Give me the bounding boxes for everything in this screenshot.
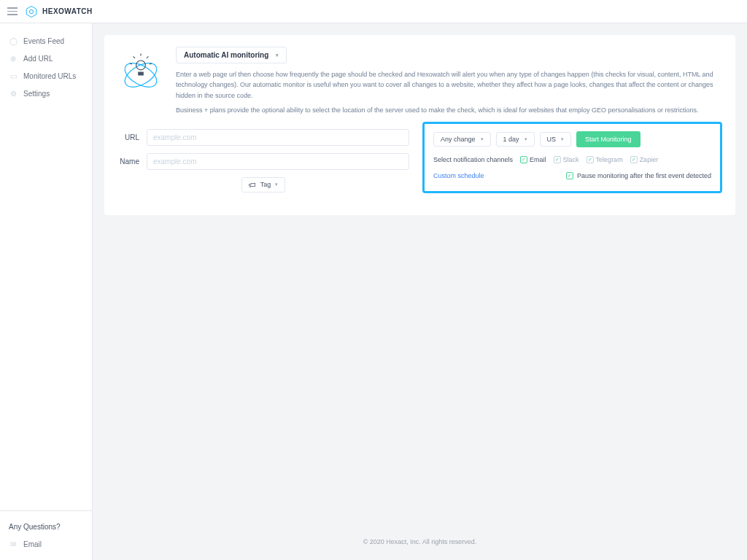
name-input[interactable] <box>147 153 409 170</box>
channel-telegram[interactable]: ✓Telegram <box>587 156 623 163</box>
sidebar-question: Any Questions? <box>0 518 92 535</box>
sidebar-item-label: Monitored URLs <box>23 72 76 80</box>
sidebar-item-events[interactable]: ◯ Events Feed <box>0 32 92 50</box>
svg-marker-0 <box>26 6 36 17</box>
monitor-desc-1: Enter a web page url then choose how fre… <box>176 69 722 101</box>
gear-icon: ⚙ <box>9 89 18 98</box>
change-select[interactable]: Any change ▾ <box>433 132 491 147</box>
footer-text: © 2020 Hexact, Inc. All rights reserved. <box>104 529 735 548</box>
hamburger-icon[interactable] <box>7 7 18 15</box>
logo-text: HEXOWATCH <box>42 7 93 15</box>
sidebar-item-label: Events Feed <box>23 37 64 45</box>
sidebar-item-label: Email <box>23 540 42 548</box>
url-label: URL <box>117 133 139 141</box>
chevron-down-icon: ▾ <box>275 182 278 187</box>
logo-icon <box>25 5 38 18</box>
channel-slack[interactable]: ✓Slack <box>554 156 579 163</box>
monitor-illustration-icon <box>117 47 164 98</box>
chevron-down-icon: ▾ <box>525 136 527 142</box>
monitoring-options-panel: Any change ▾ 1 day ▾ US ▾ Start Monitori… <box>422 122 722 193</box>
svg-point-1 <box>29 9 33 13</box>
sidebar-item-add-url[interactable]: ⊕ Add URL <box>0 50 92 67</box>
frequency-select[interactable]: 1 day ▾ <box>496 132 535 147</box>
plus-icon: ⊕ <box>9 54 18 63</box>
checkbox-icon: ✓ <box>554 156 561 163</box>
list-icon: ▭ <box>9 71 18 80</box>
logo[interactable]: HEXOWATCH <box>25 5 93 18</box>
sidebar-item-monitored[interactable]: ▭ Monitored URLs <box>0 67 92 85</box>
channel-zapier[interactable]: ✓Zapier <box>630 156 659 163</box>
monitor-type-select[interactable]: Automatic AI monitoring ▾ <box>176 47 287 63</box>
svg-line-7 <box>147 56 148 58</box>
tag-select[interactable]: 🏷 Tag ▾ <box>241 177 286 192</box>
tag-icon: 🏷 <box>249 181 256 189</box>
tag-label: Tag <box>260 181 271 188</box>
sidebar-item-label: Add URL <box>23 55 53 63</box>
pause-option[interactable]: ✓ Pause monitoring after the first event… <box>566 172 711 179</box>
notification-label: Select notification channels <box>433 156 513 163</box>
chevron-down-icon: ▾ <box>276 52 279 58</box>
main-content: Automatic AI monitoring ▾ Enter a web pa… <box>93 23 747 560</box>
chevron-down-icon: ▾ <box>561 136 564 142</box>
monitor-card: Automatic AI monitoring ▾ Enter a web pa… <box>104 35 735 215</box>
custom-schedule-link[interactable]: Custom schedule <box>433 172 484 179</box>
svg-line-9 <box>150 63 152 64</box>
channel-email[interactable]: ✓Email <box>520 156 546 163</box>
feed-icon: ◯ <box>9 36 18 45</box>
chevron-down-icon: ▾ <box>481 136 484 142</box>
checkbox-icon: ✓ <box>566 172 573 179</box>
sidebar-item-settings[interactable]: ⚙ Settings <box>0 85 92 102</box>
monitor-desc-2: Business + plans provide the optional ab… <box>176 105 722 115</box>
svg-line-6 <box>133 56 135 58</box>
checkbox-icon: ✓ <box>587 156 594 163</box>
name-label: Name <box>117 158 139 166</box>
monitor-type-label: Automatic AI monitoring <box>184 51 268 59</box>
checkbox-icon: ✓ <box>630 156 638 163</box>
sidebar-contact-email[interactable]: ✉ Email <box>0 535 92 553</box>
checkbox-icon: ✓ <box>520 156 527 163</box>
mail-icon: ✉ <box>9 540 18 548</box>
topbar: HEXOWATCH <box>0 0 747 23</box>
start-monitoring-button[interactable]: Start Monitoring <box>576 131 640 147</box>
sidebar-item-label: Settings <box>23 90 50 98</box>
sidebar: ◯ Events Feed ⊕ Add URL ▭ Monitored URLs… <box>0 23 93 560</box>
url-input[interactable] <box>147 129 409 146</box>
svg-line-8 <box>130 63 132 64</box>
region-select[interactable]: US ▾ <box>540 132 572 147</box>
